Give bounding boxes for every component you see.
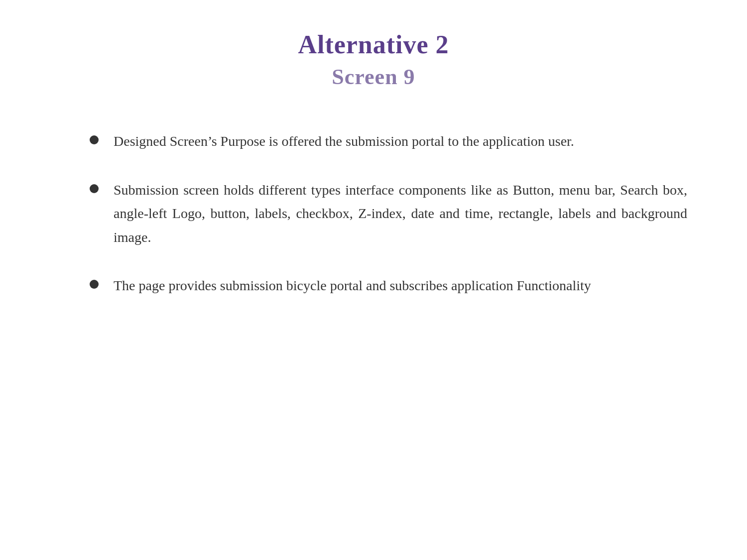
sub-title: Screen 9	[60, 64, 687, 90]
content-section: Designed Screen’s Purpose is offered the…	[60, 129, 687, 323]
header-section: Alternative 2 Screen 9	[60, 30, 687, 90]
bullet-dot-icon	[90, 184, 99, 193]
bullet-dot-icon	[90, 280, 99, 289]
bullet-text-1: Designed Screen’s Purpose is offered the…	[114, 129, 687, 153]
main-title: Alternative 2	[60, 30, 687, 59]
list-item: Submission screen holds different types …	[90, 178, 687, 249]
bullet-dot-icon	[90, 135, 99, 144]
bullet-list: Designed Screen’s Purpose is offered the…	[90, 129, 687, 298]
list-item: The page provides submission bicycle por…	[90, 274, 687, 298]
bullet-text-2: Submission screen holds different types …	[114, 178, 687, 249]
bullet-text-3: The page provides submission bicycle por…	[114, 274, 687, 298]
list-item: Designed Screen’s Purpose is offered the…	[90, 129, 687, 153]
